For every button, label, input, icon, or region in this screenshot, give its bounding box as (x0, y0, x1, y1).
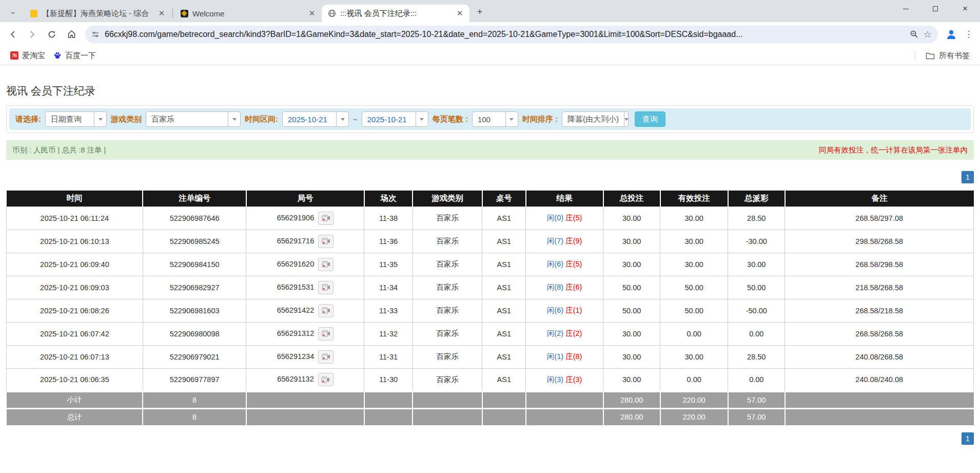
person-icon (945, 28, 957, 41)
close-icon[interactable]: ✕ (455, 9, 464, 18)
round-cell: 656291132 (246, 368, 364, 391)
remark-cell: 298.58/268.58 (785, 230, 974, 253)
chevron-down-icon (94, 112, 106, 126)
filter-panel: 请选择: 日期查询 游戏类别 百家乐 时间区间: 2025-10-21 ~ 20… (6, 105, 974, 133)
bet-id-cell: 522906979021 (143, 345, 246, 368)
tab-search-button[interactable]: ⌄ (4, 3, 22, 20)
video-replay-button[interactable] (318, 304, 334, 317)
game-cell: 百家乐 (413, 368, 482, 391)
video-replay-button[interactable] (318, 327, 334, 340)
forward-arrow-icon (28, 30, 37, 39)
game-cell: 百家乐 (413, 322, 482, 345)
tab-bet-records[interactable]: :::视讯 会员下注纪录::: ✕ (322, 5, 469, 22)
payout-cell: 0.00 (728, 322, 785, 345)
sort-select[interactable]: 降冪(由大到小) (562, 111, 629, 127)
subtotal-row: 小计8280.00220.0057.00 (7, 391, 974, 408)
total-bet-cell: 30.00 (603, 368, 660, 391)
column-header: 场次 (364, 191, 413, 206)
bookmark-baidu[interactable]: 百度一下 (49, 49, 100, 63)
reload-button[interactable] (43, 26, 61, 43)
bookmark-label: 爱淘宝 (22, 51, 45, 61)
result-banker: 庄(1) (565, 306, 582, 314)
profile-avatar[interactable] (943, 26, 959, 43)
close-window-button[interactable]: × (950, 0, 980, 17)
date-end-select[interactable]: 2025-10-21 (362, 111, 428, 127)
video-replay-button[interactable] (318, 212, 334, 225)
total-row: 总计8280.00220.0057.00 (7, 408, 974, 425)
remark-cell: 218.58/268.58 (785, 276, 974, 299)
search-button[interactable]: 查询 (635, 111, 665, 127)
game-cell: 百家乐 (413, 299, 482, 322)
zoom-out-icon[interactable] (910, 30, 918, 39)
video-replay-button[interactable] (318, 350, 334, 364)
table-no-cell: AS1 (482, 206, 526, 230)
query-type-select[interactable]: 日期查询 (45, 111, 107, 127)
valid-bet-cell: 0.00 (660, 368, 728, 391)
tab-welcome[interactable]: Welcome ✕ (174, 5, 322, 22)
round-id: 656291716 (277, 236, 315, 244)
bet-id-cell: 522906982927 (143, 276, 246, 299)
sort-value: 降冪(由大到小) (562, 112, 624, 126)
bookmark-label: 百度一下 (65, 51, 96, 61)
result-player: 闲(1) (547, 352, 563, 361)
per-page-select[interactable]: 100 (472, 111, 518, 127)
minimize-button[interactable] (891, 0, 920, 17)
bookmark-taobao[interactable]: 淘 爱淘宝 (6, 49, 49, 63)
round-cell: 656291716 (246, 230, 364, 253)
result-player: 闲(8) (547, 283, 563, 291)
tab-label: Welcome (192, 9, 303, 18)
chevron-down-icon (505, 112, 518, 126)
time-cell: 2025-10-21 06:09:40 (7, 253, 143, 276)
browser-toolbar: 66cxkj98.com/game/betrecord_search/kind3… (0, 22, 980, 46)
table-row: 2025-10-21 06:07:13522906979021656291234… (7, 345, 974, 368)
forward-button[interactable] (24, 26, 41, 43)
remark-cell: 268.58/268.58 (785, 322, 974, 345)
result-banker: 庄(3) (565, 375, 582, 384)
home-button[interactable] (63, 26, 80, 43)
video-replay-button[interactable] (318, 281, 334, 294)
round-cell: 656291906 (246, 206, 364, 230)
valid-bet-cell: 30.00 (660, 253, 728, 276)
empty-cell (526, 408, 603, 425)
maximize-button[interactable] (920, 0, 950, 17)
back-button[interactable] (4, 26, 22, 43)
game-type-select[interactable]: 百家乐 (146, 111, 241, 127)
video-replay-button[interactable] (318, 258, 334, 271)
video-replay-button[interactable] (318, 235, 334, 248)
date-start-select[interactable]: 2025-10-21 (282, 111, 349, 127)
new-tab-button[interactable]: + (473, 5, 487, 19)
sort-label: 时间排序 : (522, 115, 558, 124)
page-number-button[interactable]: 1 (962, 432, 974, 445)
table-no-cell: AS1 (482, 322, 526, 345)
close-icon[interactable]: ✕ (157, 9, 166, 18)
bet-id-cell: 522906984150 (143, 253, 246, 276)
url-bar[interactable]: 66cxkj98.com/game/betrecord_search/kind3… (85, 26, 938, 43)
result-cell: 闲(8) 庄(6) (526, 276, 603, 299)
time-cell: 2025-10-21 06:10:13 (7, 230, 143, 253)
video-replay-button[interactable] (318, 373, 334, 386)
total-valid-bet: 220.00 (660, 408, 728, 425)
page-number-button[interactable]: 1 (962, 171, 974, 183)
round-id: 656291234 (277, 352, 315, 360)
range-separator: ~ (353, 115, 358, 124)
session-cell: 11-32 (364, 322, 413, 345)
column-header: 桌号 (482, 191, 526, 206)
close-icon[interactable]: ✕ (307, 9, 317, 18)
payout-cell: 28.50 (728, 206, 785, 230)
game-cell: 百家乐 (413, 253, 482, 276)
url-text[interactable]: 66cxkj98.com/game/betrecord_search/kind3… (105, 30, 905, 39)
column-header: 总投注 (603, 191, 660, 206)
browser-menu-button[interactable]: ⋮ (962, 26, 976, 43)
column-header: 备注 (785, 191, 974, 206)
session-cell: 11-33 (364, 299, 413, 322)
chevron-down-icon (336, 112, 348, 126)
time-cell: 2025-10-21 06:09:03 (7, 276, 143, 299)
site-info-icon[interactable] (91, 30, 100, 39)
time-cell: 2025-10-21 06:11:24 (7, 206, 143, 230)
tab-forum[interactable]: 【新提醒】海燕策略论坛 - 综合 ✕ (24, 5, 171, 22)
all-bookmarks-button[interactable]: 所有书签 (922, 49, 974, 63)
bookmark-star-icon[interactable]: ☆ (924, 29, 932, 40)
chevron-down-icon (228, 112, 240, 126)
reload-icon (47, 30, 56, 39)
total-bet-cell: 30.00 (603, 345, 660, 368)
